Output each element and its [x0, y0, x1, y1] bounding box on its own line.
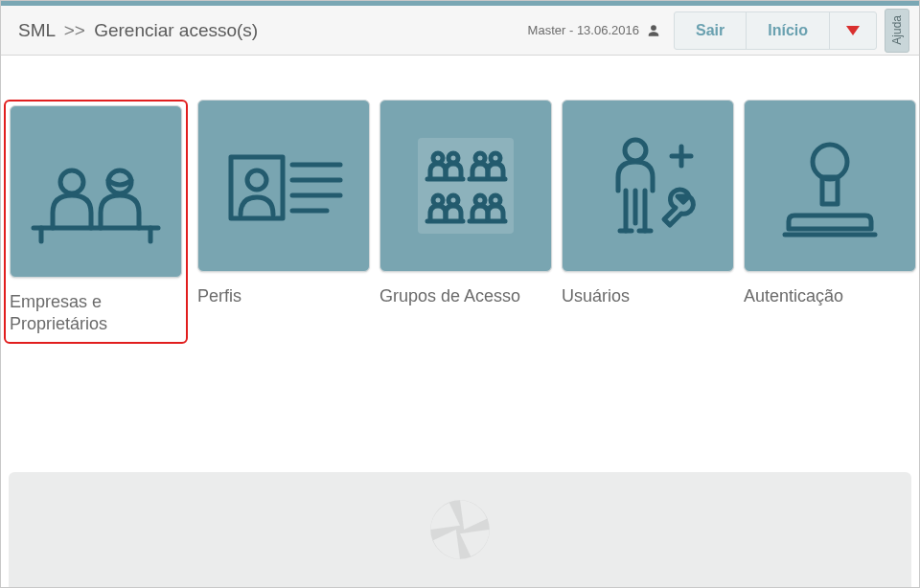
tile-grupos-card — [380, 100, 552, 272]
chevron-down-icon — [845, 25, 861, 36]
help-button[interactable]: Ajuda — [885, 9, 909, 53]
companies-owners-icon — [24, 134, 168, 249]
tile-usuarios[interactable]: Usuários — [562, 100, 734, 344]
svg-point-24 — [625, 140, 646, 161]
breadcrumb-separator: >> — [64, 20, 85, 40]
breadcrumb: SML >> Gerenciar acesso(s) — [18, 20, 528, 41]
user-label: Master - 13.06.2016 — [528, 23, 639, 37]
tile-usuarios-label: Usuários — [562, 285, 734, 307]
aperture-logo-icon — [426, 496, 494, 563]
stamp-auth-icon — [758, 124, 902, 248]
user-info: Master - 13.06.2016 — [528, 23, 674, 37]
logout-button[interactable]: Sair — [675, 12, 747, 49]
header: SML >> Gerenciar acesso(s) Master - 13.0… — [1, 6, 919, 56]
tile-autenticacao-card — [744, 100, 916, 272]
tile-grid: Empresas e Proprietários Perfis — [1, 56, 919, 344]
tile-perfis[interactable]: Perfis — [197, 100, 370, 344]
home-button[interactable]: Início — [747, 12, 830, 49]
menu-dropdown-button[interactable] — [830, 12, 876, 49]
breadcrumb-current: Gerenciar acesso(s) — [94, 20, 258, 40]
svg-point-35 — [430, 500, 490, 559]
svg-point-3 — [60, 170, 83, 193]
tile-usuarios-card — [562, 100, 734, 272]
users-manage-icon — [576, 124, 720, 248]
tile-perfis-label: Perfis — [197, 285, 370, 307]
tile-grupos[interactable]: Grupos de Acesso — [380, 100, 552, 344]
access-groups-icon — [394, 114, 538, 258]
help-label: Ajuda — [890, 15, 904, 45]
svg-point-6 — [247, 170, 266, 190]
tile-empresas-card — [10, 105, 182, 278]
tile-grupos-label: Grupos de Acesso — [380, 285, 552, 307]
tile-autenticacao-label: Autenticação — [744, 285, 916, 307]
profile-card-icon — [212, 128, 356, 243]
user-icon — [647, 24, 660, 37]
breadcrumb-root[interactable]: SML — [18, 20, 55, 40]
svg-point-32 — [813, 145, 847, 179]
footer — [9, 472, 911, 587]
tile-autenticacao[interactable]: Autenticação — [744, 100, 916, 344]
nav-buttons: Sair Início — [674, 11, 877, 50]
tile-empresas-label: Empresas e Proprietários — [10, 291, 182, 334]
tile-empresas[interactable]: Empresas e Proprietários — [4, 100, 188, 344]
tile-perfis-card — [197, 100, 370, 272]
